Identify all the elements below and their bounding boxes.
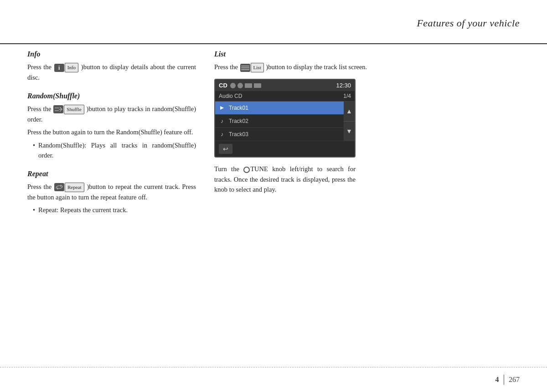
track-row-1: Track01: [215, 102, 344, 115]
page-header: Features of your vehicle: [0, 0, 547, 44]
section-repeat-heading: Repeat: [27, 170, 196, 178]
list-icon: [240, 64, 250, 72]
footer-page-number: 267: [509, 376, 520, 384]
track-play-icon-1: [219, 105, 225, 111]
cd-track-list-container: Track01 ♪ Track02 ♪ Track03 ▲ ▼: [215, 102, 355, 141]
track-note-icon-2: ♪: [219, 118, 225, 124]
repeat-button-inline: Repeat: [54, 183, 84, 192]
track-name-3: Track03: [229, 131, 340, 137]
svg-rect-3: [241, 66, 249, 66]
cd-icon-mode: [245, 83, 252, 88]
svg-rect-5: [241, 69, 249, 70]
cd-audio-label: Audio CD: [219, 93, 242, 99]
footer-page-info: 4 267: [495, 375, 520, 385]
cd-icon-disc: [230, 83, 236, 88]
section-list-heading: List: [214, 50, 520, 58]
svg-marker-6: [220, 106, 224, 110]
shuffle-label-box: Shuffle: [64, 105, 84, 114]
section-list: List Press the List )button to dis: [214, 50, 520, 72]
track-name-2: Track02: [229, 118, 340, 124]
cd-label: CD: [219, 82, 227, 89]
cd-screen-header: CD 12:30: [215, 80, 355, 91]
track-name-1: Track01: [229, 105, 340, 111]
cd-icon-source: [254, 83, 261, 88]
section-random: Random(Shuffle) Press the Shuffle: [27, 92, 196, 161]
footer-chapter: 4: [495, 376, 499, 384]
cd-subheader: Audio CD 1/4: [215, 91, 355, 102]
list-button-inline: List: [240, 63, 264, 72]
repeat-icon: [54, 183, 64, 191]
cd-time: 12:30: [336, 82, 351, 89]
cd-icons: [230, 83, 261, 88]
track-row-3: ♪ Track03: [215, 128, 344, 141]
repeat-bullet: Repeat: Repeats the current track.: [33, 205, 196, 215]
section-random-heading: Random(Shuffle): [27, 92, 196, 100]
list-label-box: List: [251, 63, 264, 72]
back-button[interactable]: ↩: [219, 144, 232, 154]
cd-screen: CD 12:30 Audio CD 1/4: [214, 79, 356, 158]
right-column: List Press the List )button to dis: [214, 50, 520, 362]
page-footer: 4 267: [0, 367, 547, 392]
section-repeat-body: Press the Repeat )button to repe: [27, 182, 196, 215]
info-button-inline: i Info: [54, 63, 78, 72]
cd-screen-footer: ↩: [215, 141, 355, 157]
track-row-2: ♪ Track02: [215, 115, 344, 128]
shuffle-icon: [53, 105, 63, 113]
svg-rect-4: [241, 67, 249, 68]
random-bullet: Random(Shuffle): Plays all tracks in ran…: [33, 140, 196, 161]
tune-text-body: Turn the TUNE knob left/right to search …: [214, 164, 356, 194]
section-repeat: Repeat Press the Repeat: [27, 170, 196, 215]
tune-knob-icon: [243, 167, 250, 173]
left-column: Info Press the i Info )button to dis­pla…: [27, 50, 196, 362]
track-scroll: ▲ ▼: [344, 102, 355, 141]
section-info-heading: Info: [27, 50, 196, 58]
shuffle-button-inline: Shuffle: [53, 105, 84, 114]
page-title: Features of your vehicle: [417, 17, 520, 29]
main-content: Info Press the i Info )button to dis­pla…: [27, 50, 520, 362]
tune-text-section: Turn the TUNE knob left/right to search …: [214, 164, 356, 194]
section-info: Info Press the i Info )button to dis­pla…: [27, 50, 196, 83]
footer-divider: [504, 375, 505, 385]
info-icon: i: [54, 64, 64, 72]
section-info-body: Press the i Info )button to dis­play det…: [27, 62, 196, 83]
cd-track-count: 1/4: [343, 93, 351, 99]
repeat-label-box: Repeat: [65, 183, 84, 192]
scroll-down-arrow[interactable]: ▼: [344, 122, 355, 141]
section-list-body: Press the List )button to dis­play the t…: [214, 62, 520, 72]
info-label-box: Info: [65, 63, 78, 72]
cd-screen-header-left: CD: [219, 82, 261, 89]
track-note-icon-3: ♪: [219, 131, 225, 137]
cd-icon-settings: [237, 83, 243, 88]
cd-track-list: Track01 ♪ Track02 ♪ Track03: [215, 102, 344, 141]
scroll-up-arrow[interactable]: ▲: [344, 102, 355, 122]
section-random-body: Press the Shuffle )button to pla: [27, 104, 196, 161]
